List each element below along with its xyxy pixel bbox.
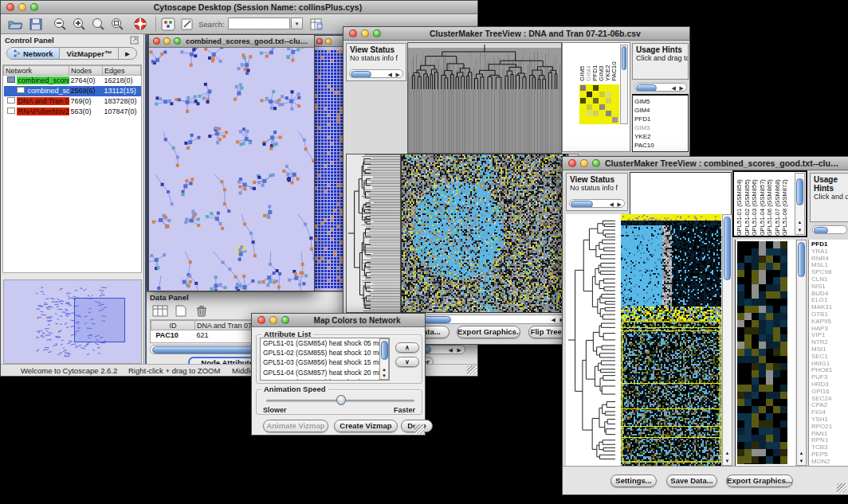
attribute-list-item[interactable]: GPL51-01 (GSM854) heat shock 05 min	[261, 338, 389, 348]
tv1-row-label[interactable]: GIM3	[634, 123, 688, 132]
tv2-button-save-data[interactable]: Save Data...	[666, 475, 717, 487]
help-lifesaver-icon[interactable]	[132, 17, 148, 32]
close-icon[interactable]	[153, 37, 160, 45]
tv1-column-label[interactable]: GIM3	[598, 45, 604, 81]
scroll-left-icon[interactable]: ◀	[388, 72, 393, 78]
vizmapper-icon[interactable]	[160, 17, 176, 32]
tv1-status-scrollbar[interactable]: ◀ ▶	[349, 69, 403, 78]
scroll-up-icon[interactable]: ▲	[795, 220, 804, 225]
network-row[interactable]: DNA and Tran 07769(0)183728(0)	[4, 96, 141, 107]
zoom-selected-icon[interactable]	[109, 17, 125, 32]
tv1-correlation-matrix[interactable]	[579, 84, 619, 124]
attribute-list-vscroll[interactable]: ▲ ▼	[379, 338, 389, 380]
minimize-icon[interactable]	[163, 37, 171, 45]
search-input[interactable]	[228, 18, 290, 29]
attribute-list-item[interactable]: GPL51-02 (GSM855) heat shock 10 min	[261, 348, 389, 357]
zoom-in-icon[interactable]	[71, 17, 87, 32]
minimize-icon[interactable]	[580, 159, 588, 167]
tv2-button-settings[interactable]: Settings...	[610, 475, 657, 487]
zoom-window-icon[interactable]	[592, 159, 600, 167]
tv1-row-label[interactable]: PFD1	[634, 115, 688, 123]
col-id[interactable]: ID	[151, 321, 195, 330]
tv1-heatmap[interactable]	[401, 154, 568, 313]
close-icon[interactable]	[6, 3, 14, 11]
tab-vizmapper[interactable]: VizMapper™	[60, 48, 119, 59]
main-titlebar[interactable]: Cytoscape Desktop (Session Name: collins…	[1, 1, 477, 14]
zoom-fit-icon[interactable]	[90, 17, 106, 32]
scroll-up-icon[interactable]: ▲	[723, 451, 732, 455]
scroll-down-icon[interactable]: ▼	[380, 373, 388, 378]
network-view-titlebar[interactable]: combined_scores_good.txt--cluste...	[149, 35, 314, 48]
minimize-icon[interactable]	[18, 3, 26, 11]
scroll-right-icon[interactable]: ▶	[396, 72, 401, 78]
zoom-window-icon[interactable]	[174, 37, 181, 45]
open-folder-icon[interactable]	[7, 17, 23, 32]
treeview1-titlebar[interactable]: ClusterMaker TreeView : DNA and Tran 07-…	[344, 27, 689, 41]
scroll-left-icon[interactable]: ◀	[552, 317, 556, 323]
scroll-down-icon[interactable]: ▼	[723, 459, 732, 463]
tv1-row-label[interactable]: YKE2	[634, 132, 688, 141]
tv1-button-export-graphics[interactable]: Export Graphics...	[457, 326, 520, 338]
scroll-right-icon[interactable]: ▶	[680, 85, 685, 92]
move-up-button[interactable]: ∧	[395, 342, 419, 353]
scroll-left-icon[interactable]: ◀	[672, 85, 677, 92]
attribute-browser-icon[interactable]	[308, 17, 324, 32]
tab-overflow[interactable]: ▶	[119, 48, 135, 59]
tv2-column-label[interactable]: GPL51-06 (GSM865)	[766, 174, 774, 236]
tv2-hints-scrollbar[interactable]	[812, 225, 847, 234]
scroll-down-icon[interactable]: ▼	[795, 228, 804, 232]
tv2-detail-vscroll[interactable]: ▲ ▼	[796, 240, 807, 466]
col-network[interactable]: Network	[4, 66, 69, 76]
tv1-column-label[interactable]: YKE2	[604, 45, 610, 81]
tv1-row-label[interactable]: GIM4	[634, 106, 688, 115]
minimize-icon[interactable]	[269, 316, 277, 324]
zoom-window-icon[interactable]	[373, 29, 381, 37]
resize-grip[interactable]	[837, 483, 846, 493]
tv2-column-label[interactable]: GPL51-08 (GSM872)	[781, 174, 789, 236]
col-nodes[interactable]: Nodes	[69, 66, 103, 76]
tab-network[interactable]: Network	[7, 48, 60, 59]
animate-vizmap-button[interactable]: Animate Vizmap	[263, 420, 328, 432]
tv2-detail-heatmap[interactable]	[737, 241, 787, 464]
tv1-heatmap-hscroll[interactable]: ◀ ▶	[401, 315, 568, 324]
tv2-status-scrollbar[interactable]: ◀ ▶	[569, 199, 625, 208]
move-down-button[interactable]: ∨	[395, 357, 419, 367]
zoom-out-icon[interactable]	[52, 17, 68, 32]
scroll-down-icon[interactable]: ▼	[797, 459, 806, 463]
zoom-window-icon[interactable]	[30, 3, 38, 11]
treeview2-titlebar[interactable]: ClusterMaker TreeView : combined_scores_…	[563, 157, 848, 170]
tv2-labels-vscroll[interactable]: ▲ ▼	[795, 173, 805, 235]
create-vizmap-button[interactable]: Create Vizmap	[334, 420, 398, 432]
attribute-list-item[interactable]: GPL51-04 (GSM857) heat shock 20 min	[261, 368, 389, 377]
minimize-icon[interactable]	[361, 29, 369, 37]
tv2-column-label[interactable]: GPL51-03 (GSM856)	[751, 174, 759, 236]
tv1-column-label[interactable]: PFD1	[591, 45, 598, 81]
float-panel-icon[interactable]	[130, 36, 139, 45]
tv1-row-label[interactable]: GIM5	[634, 97, 688, 106]
tv2-heatmap-vscroll[interactable]: ▲ ▼	[722, 214, 732, 466]
close-icon[interactable]	[568, 159, 576, 167]
resize-grip[interactable]	[414, 424, 424, 434]
attribute-listbox[interactable]: GPL51-01 (GSM854) heat shock 05 minGPL51…	[260, 338, 390, 381]
tv1-column-label[interactable]: GIM5	[579, 45, 585, 81]
tv1-row-label[interactable]: PAC10	[634, 141, 688, 150]
window-controls[interactable]	[6, 3, 38, 11]
network-canvas[interactable]	[149, 48, 314, 291]
search-dropdown-icon[interactable]: ▼	[291, 18, 303, 29]
tv1-column-label[interactable]: GIM4	[585, 45, 591, 81]
tv2-row-dendrogram[interactable]	[566, 214, 621, 466]
new-document-icon[interactable]	[172, 304, 190, 318]
close-icon[interactable]	[316, 38, 323, 45]
tv2-gene-label[interactable]: MON2	[811, 459, 848, 466]
scroll-right-icon[interactable]: ▶	[618, 201, 622, 208]
scroll-up-icon[interactable]: ▲	[380, 367, 388, 372]
scroll-right-icon[interactable]: ▶	[457, 347, 462, 354]
scroll-left-icon[interactable]: ◀	[449, 347, 453, 354]
attribute-list-item[interactable]: GPL51-06 (GSM865) heat shock 40 min	[261, 377, 389, 381]
trash-icon[interactable]	[193, 304, 210, 318]
tv1-column-dendrogram[interactable]	[407, 42, 562, 154]
network-overview-thumbnail[interactable]	[3, 279, 142, 364]
tv2-column-label[interactable]: GPL51-02 (GSM855)	[744, 174, 752, 236]
tv2-column-label[interactable]: GPL51-01 (GSM854)	[736, 174, 744, 236]
save-icon[interactable]	[28, 17, 44, 32]
